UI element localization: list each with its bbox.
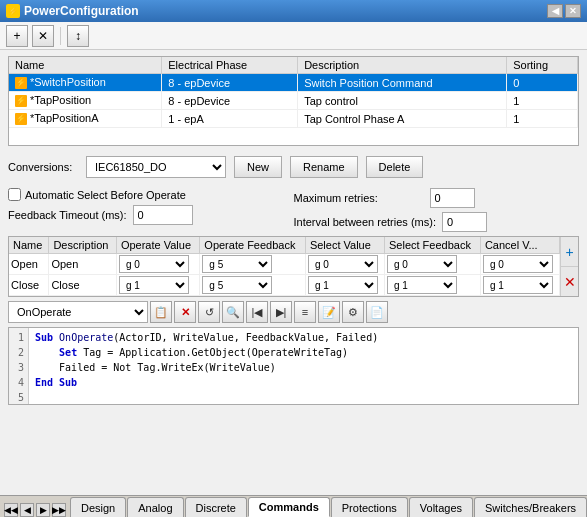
delete-button[interactable]: Delete bbox=[366, 156, 424, 178]
delete-toolbar-button[interactable]: ✕ bbox=[32, 25, 54, 47]
op-col-desc: Description bbox=[49, 237, 117, 254]
line-numbers: 1 2 3 4 5 bbox=[9, 328, 29, 404]
op-col-operate-val: Operate Value bbox=[116, 237, 199, 254]
tab-commands[interactable]: Commands bbox=[248, 497, 330, 517]
op-val-open: g 0 bbox=[116, 254, 199, 275]
op-col-select-fb: Select Feedback bbox=[384, 237, 480, 254]
toolbar-separator bbox=[60, 27, 61, 45]
op-cancel-close-select[interactable]: g 1 bbox=[483, 276, 553, 294]
remove-row-button[interactable]: ✕ bbox=[561, 267, 578, 296]
operate-row: Open Open g 0 g 5 bbox=[9, 254, 560, 275]
op-fb-open: g 5 bbox=[200, 254, 306, 275]
op-col-cancel: Cancel V... bbox=[480, 237, 559, 254]
tab-nav: ◀◀ ◀ ▶ ▶▶ bbox=[4, 503, 66, 517]
script-doc-btn[interactable]: 📄 bbox=[366, 301, 388, 323]
tab-first-btn[interactable]: ◀◀ bbox=[4, 503, 18, 517]
close-button[interactable]: ✕ bbox=[565, 4, 581, 18]
operate-table-container: Name Description Operate Value Operate F… bbox=[8, 236, 579, 297]
table-row[interactable]: ⚡*TapPositionA1 - epATap Control Phase A… bbox=[9, 110, 578, 128]
op-sel-val-close-select[interactable]: g 1 bbox=[308, 276, 378, 294]
op-fb-close: g 5 bbox=[200, 275, 306, 296]
script-next-btn[interactable]: ▶| bbox=[270, 301, 292, 323]
max-retries-input[interactable] bbox=[430, 188, 475, 208]
tab-prev-btn[interactable]: ◀ bbox=[20, 503, 34, 517]
add-row-button[interactable]: + bbox=[561, 237, 578, 267]
col-description: Description bbox=[298, 57, 507, 74]
op-val-close-select[interactable]: g 1 bbox=[119, 276, 189, 294]
script-search-btn[interactable]: 🔍 bbox=[222, 301, 244, 323]
op-sel-fb-close-select[interactable]: g 1 bbox=[387, 276, 457, 294]
op-desc-open: Open bbox=[49, 254, 117, 275]
row-description-cell: Switch Position Command bbox=[298, 74, 507, 92]
app-icon: ⚡ bbox=[6, 4, 20, 18]
script-delete-btn[interactable]: ✕ bbox=[174, 301, 196, 323]
rename-button[interactable]: Rename bbox=[290, 156, 358, 178]
script-event-select[interactable]: OnOperate bbox=[8, 301, 148, 323]
new-button[interactable]: New bbox=[234, 156, 282, 178]
title-bar-title: PowerConfiguration bbox=[24, 4, 139, 18]
interval-row: Interval between retries (ms): bbox=[294, 212, 580, 232]
op-name-open: Open bbox=[9, 254, 49, 275]
tab-bar: ◀◀ ◀ ▶ ▶▶ Design Analog Discrete Command… bbox=[0, 495, 587, 517]
code-editor[interactable]: 1 2 3 4 5 Sub OnOperate(ActorID, WriteVa… bbox=[8, 327, 579, 405]
op-sel-fb-open-select[interactable]: g 0 bbox=[387, 255, 457, 273]
op-fb-open-select[interactable]: g 5 bbox=[202, 255, 272, 273]
tab-last-btn[interactable]: ▶▶ bbox=[52, 503, 66, 517]
row-sorting-cell: 1 bbox=[507, 110, 578, 128]
script-refresh-btn[interactable]: ↺ bbox=[198, 301, 220, 323]
op-cancel-open-select[interactable]: g 0 bbox=[483, 255, 553, 273]
script-settings-btn[interactable]: ⚙ bbox=[342, 301, 364, 323]
row-sorting-cell: 1 bbox=[507, 92, 578, 110]
command-table: Name Electrical Phase Description Sortin… bbox=[9, 57, 578, 128]
op-cancel-open: g 0 bbox=[480, 254, 559, 275]
tab-analog[interactable]: Analog bbox=[127, 497, 183, 517]
pin-button[interactable]: ◀ bbox=[547, 4, 563, 18]
main-area: Name Electrical Phase Description Sortin… bbox=[0, 50, 587, 495]
tab-discrete[interactable]: Discrete bbox=[185, 497, 247, 517]
op-val-close: g 1 bbox=[116, 275, 199, 296]
add-button[interactable]: + bbox=[6, 25, 28, 47]
row-description-cell: Tap control bbox=[298, 92, 507, 110]
script-format-btn[interactable]: ≡ bbox=[294, 301, 316, 323]
op-cancel-close: g 1 bbox=[480, 275, 559, 296]
feedback-timeout-input[interactable] bbox=[133, 205, 193, 225]
row-phase-cell: 8 - epDevice bbox=[162, 92, 298, 110]
script-edit-btn[interactable]: 📝 bbox=[318, 301, 340, 323]
op-sel-val-open-select[interactable]: g 0 bbox=[308, 255, 378, 273]
row-phase-cell: 8 - epDevice bbox=[162, 74, 298, 92]
title-bar: ⚡ PowerConfiguration ◀ ✕ bbox=[0, 0, 587, 22]
conversions-label: Conversions: bbox=[8, 161, 78, 173]
table-row[interactable]: ⚡*SwitchPosition8 - epDeviceSwitch Posit… bbox=[9, 74, 578, 92]
sort-button[interactable]: ↕ bbox=[67, 25, 89, 47]
col-phase: Electrical Phase bbox=[162, 57, 298, 74]
op-col-select-val: Select Value bbox=[305, 237, 384, 254]
interval-input[interactable] bbox=[442, 212, 487, 232]
row-name-cell: ⚡*SwitchPosition bbox=[9, 74, 162, 92]
auto-select-row: Automatic Select Before Operate bbox=[8, 188, 294, 201]
tab-voltages[interactable]: Voltages bbox=[409, 497, 473, 517]
op-sel-val-open: g 0 bbox=[305, 254, 384, 275]
auto-select-checkbox[interactable] bbox=[8, 188, 21, 201]
op-sel-fb-open: g 0 bbox=[384, 254, 480, 275]
options-row: Automatic Select Before Operate Feedback… bbox=[8, 188, 579, 232]
tab-next-btn[interactable]: ▶ bbox=[36, 503, 50, 517]
row-sorting-cell: 0 bbox=[507, 74, 578, 92]
conversions-select[interactable]: IEC61850_DO bbox=[86, 156, 226, 178]
feedback-timeout-row: Feedback Timeout (ms): bbox=[8, 205, 294, 225]
tab-protections[interactable]: Protections bbox=[331, 497, 408, 517]
max-retries-row: Maximum retries: bbox=[294, 188, 580, 208]
op-val-open-select[interactable]: g 0 bbox=[119, 255, 189, 273]
col-sorting: Sorting bbox=[507, 57, 578, 74]
tab-design[interactable]: Design bbox=[70, 497, 126, 517]
op-col-name: Name bbox=[9, 237, 49, 254]
table-row[interactable]: ⚡*TapPosition8 - epDeviceTap control1 bbox=[9, 92, 578, 110]
tab-switches[interactable]: Switches/Breakers bbox=[474, 497, 587, 517]
script-prev-btn[interactable]: |◀ bbox=[246, 301, 268, 323]
script-copy-btn[interactable]: 📋 bbox=[150, 301, 172, 323]
interval-label: Interval between retries (ms): bbox=[294, 216, 436, 228]
auto-select-label: Automatic Select Before Operate bbox=[25, 189, 186, 201]
code-content[interactable]: Sub OnOperate(ActorID, WriteValue, Feedb… bbox=[29, 328, 578, 404]
row-description-cell: Tap Control Phase A bbox=[298, 110, 507, 128]
op-fb-close-select[interactable]: g 5 bbox=[202, 276, 272, 294]
conversions-row: Conversions: IEC61850_DO New Rename Dele… bbox=[8, 152, 579, 182]
